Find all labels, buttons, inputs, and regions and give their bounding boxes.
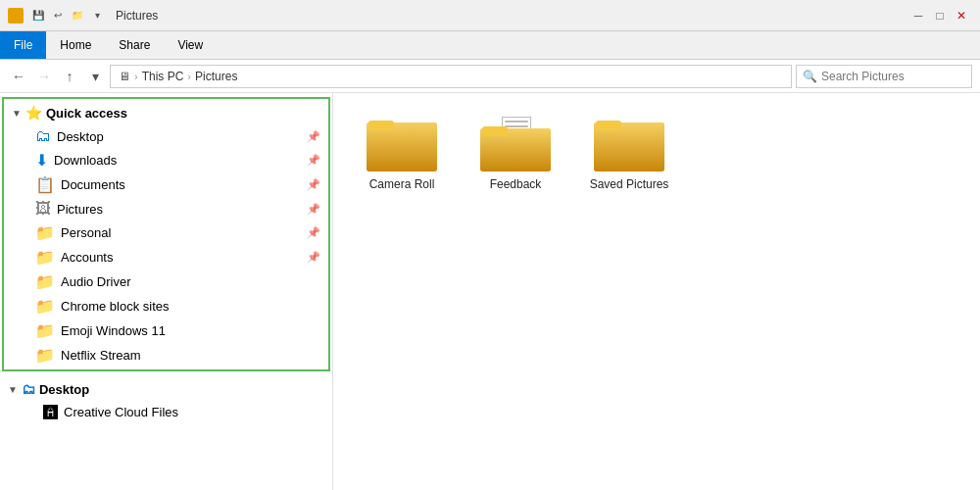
documents-folder-icon: 📋 bbox=[35, 175, 55, 194]
search-input[interactable] bbox=[821, 70, 965, 83]
folder-thumb-saved-pictures bbox=[594, 115, 664, 172]
sidebar-item-chrome-block-sites-label: Chrome block sites bbox=[61, 299, 170, 314]
downloads-folder-icon: ⬇ bbox=[35, 151, 48, 170]
sidebar-item-desktop-label: Desktop bbox=[57, 129, 104, 144]
undo-btn[interactable]: ↩ bbox=[49, 7, 67, 24]
quick-access-label: Quick access bbox=[46, 106, 127, 121]
tab-view[interactable]: View bbox=[164, 31, 217, 59]
chrome-block-sites-folder-icon: 📁 bbox=[35, 297, 55, 316]
quick-toolbar: 💾 ↩ 📁 ▾ bbox=[29, 7, 106, 24]
pictures-folder-icon: 🖼 bbox=[35, 200, 51, 218]
sidebar-item-accounts-label: Accounts bbox=[61, 250, 113, 265]
back-button[interactable]: ← bbox=[8, 66, 29, 87]
desktop-section-chevron: ▼ bbox=[8, 384, 18, 395]
ribbon: File Home Share View bbox=[0, 31, 980, 60]
sidebar-item-creative-cloud-label: Creative Cloud Files bbox=[64, 405, 178, 419]
quick-access-chevron: ▼ bbox=[12, 108, 22, 119]
folder-item-saved-pictures[interactable]: Saved Pictures bbox=[580, 109, 678, 197]
pin-icon-pictures: 📌 bbox=[307, 203, 320, 216]
accounts-folder-icon: 📁 bbox=[35, 248, 55, 267]
quick-access-section: ▼ ⭐ Quick access 🗂 Desktop 📌 ⬇ Downloads… bbox=[2, 97, 330, 371]
creative-cloud-icon: 🅰 bbox=[43, 404, 58, 420]
sidebar-item-emoji-windows-label: Emoji Windows 11 bbox=[61, 323, 166, 338]
svg-rect-5 bbox=[482, 126, 508, 136]
sidebar-item-netflix-stream-label: Netflix Stream bbox=[61, 348, 141, 363]
save-btn[interactable]: 💾 bbox=[29, 7, 47, 24]
folder-thumb-feedback bbox=[480, 115, 551, 172]
folder-thumb-camera-roll bbox=[367, 115, 437, 172]
main-layout: ▼ ⭐ Quick access 🗂 Desktop 📌 ⬇ Downloads… bbox=[0, 93, 980, 490]
address-this-pc[interactable]: This PC bbox=[142, 70, 184, 83]
saved-pictures-folder-svg bbox=[594, 115, 664, 172]
quick-access-header[interactable]: ▼ ⭐ Quick access bbox=[4, 101, 328, 124]
pin-icon-desktop: 📌 bbox=[307, 130, 320, 143]
camera-roll-folder-svg bbox=[367, 115, 437, 172]
maximize-btn[interactable]: □ bbox=[929, 5, 951, 26]
sidebar-item-emoji-windows[interactable]: 📁 Emoji Windows 11 bbox=[4, 318, 328, 343]
desktop-folder-icon: 🗂 bbox=[35, 127, 51, 145]
sidebar-item-documents-label: Documents bbox=[61, 177, 125, 192]
sidebar-item-downloads-label: Downloads bbox=[54, 153, 117, 168]
address-bar: ← → ↑ ▾ 🖥 › This PC › Pictures 🔍 bbox=[0, 60, 980, 93]
sidebar-item-pictures-label: Pictures bbox=[57, 202, 103, 217]
window-icon bbox=[8, 8, 24, 24]
sidebar-item-creative-cloud[interactable]: 🅰 Creative Cloud Files bbox=[0, 401, 332, 423]
sidebar-item-chrome-block-sites[interactable]: 📁 Chrome block sites bbox=[4, 294, 328, 318]
address-icon: 🖥 bbox=[119, 70, 130, 83]
search-icon: 🔍 bbox=[803, 70, 817, 83]
folder-item-camera-roll[interactable]: Camera Roll bbox=[353, 109, 451, 197]
svg-rect-8 bbox=[596, 121, 621, 130]
address-pictures[interactable]: Pictures bbox=[195, 70, 237, 83]
sidebar-item-audio-driver[interactable]: 📁 Audio Driver bbox=[4, 270, 328, 294]
feedback-folder-svg bbox=[480, 121, 551, 172]
sidebar-item-personal[interactable]: 📁 Personal 📌 bbox=[4, 220, 328, 245]
desktop-section-icon: 🗂 bbox=[22, 381, 35, 397]
tab-share[interactable]: Share bbox=[105, 31, 164, 59]
sidebar-item-desktop[interactable]: 🗂 Desktop 📌 bbox=[4, 124, 328, 148]
address-box[interactable]: 🖥 › This PC › Pictures bbox=[110, 65, 792, 88]
sidebar-item-personal-label: Personal bbox=[61, 225, 111, 240]
svg-rect-2 bbox=[368, 121, 394, 130]
desktop-section-header[interactable]: ▼ 🗂 Desktop bbox=[0, 377, 332, 401]
pin-icon-downloads: 📌 bbox=[307, 154, 320, 167]
saved-pictures-label: Saved Pictures bbox=[590, 177, 669, 191]
sidebar-item-audio-driver-label: Audio Driver bbox=[61, 274, 131, 289]
audio-driver-folder-icon: 📁 bbox=[35, 272, 55, 291]
minimize-btn[interactable]: ─ bbox=[907, 5, 929, 26]
personal-folder-icon: 📁 bbox=[35, 223, 55, 242]
camera-roll-label: Camera Roll bbox=[369, 177, 435, 191]
sidebar-item-documents[interactable]: 📋 Documents 📌 bbox=[4, 172, 328, 197]
quick-access-star-icon: ⭐ bbox=[25, 105, 42, 121]
pin-icon-documents: 📌 bbox=[307, 178, 320, 191]
tab-file[interactable]: File bbox=[0, 31, 46, 59]
pin-icon-personal: 📌 bbox=[307, 226, 320, 239]
folder-grid: Camera Roll bbox=[353, 109, 960, 197]
netflix-stream-folder-icon: 📁 bbox=[35, 346, 55, 365]
tab-home[interactable]: Home bbox=[46, 31, 105, 59]
desktop-section-label: Desktop bbox=[39, 382, 89, 397]
recent-locations-button[interactable]: ▾ bbox=[84, 66, 106, 87]
forward-button[interactable]: → bbox=[33, 66, 55, 87]
emoji-windows-folder-icon: 📁 bbox=[35, 321, 55, 340]
folder-up-btn[interactable]: 📁 bbox=[69, 7, 86, 24]
pin-icon-accounts: 📌 bbox=[307, 251, 320, 264]
up-button[interactable]: ↑ bbox=[59, 66, 80, 87]
title-bar: 💾 ↩ 📁 ▾ Pictures ─ □ ✕ bbox=[0, 0, 980, 31]
feedback-label: Feedback bbox=[490, 177, 542, 191]
sidebar-item-downloads[interactable]: ⬇ Downloads 📌 bbox=[4, 148, 328, 172]
dropdown-btn[interactable]: ▾ bbox=[88, 7, 106, 24]
sidebar-item-netflix-stream[interactable]: 📁 Netflix Stream bbox=[4, 343, 328, 368]
folder-item-feedback[interactable]: Feedback bbox=[466, 109, 564, 197]
sidebar: ▼ ⭐ Quick access 🗂 Desktop 📌 ⬇ Downloads… bbox=[0, 93, 333, 490]
sidebar-item-pictures[interactable]: 🖼 Pictures 📌 bbox=[4, 197, 328, 220]
close-btn[interactable]: ✕ bbox=[951, 5, 972, 26]
ribbon-tabs: File Home Share View bbox=[0, 31, 980, 59]
content-area: Camera Roll bbox=[333, 93, 980, 490]
sidebar-item-accounts[interactable]: 📁 Accounts 📌 bbox=[4, 245, 328, 270]
window-title: Pictures bbox=[116, 9, 158, 23]
